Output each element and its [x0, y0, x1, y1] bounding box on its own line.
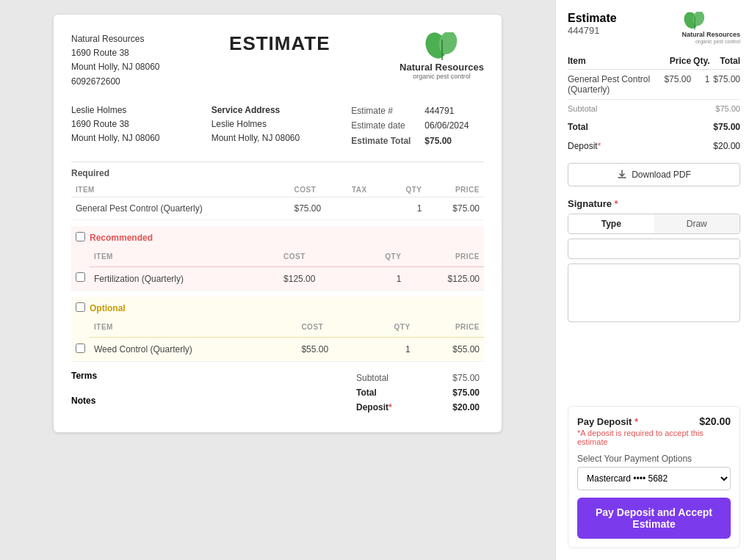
right-panel: Estimate 444791 Natural Resources organi… [555, 0, 752, 560]
left-panel: Natural Resources 1690 Route 38 Mount Ho… [0, 0, 555, 560]
sig-tab-draw[interactable]: Draw [654, 214, 740, 233]
pay-deposit-label: Pay Deposit * [577, 416, 638, 427]
recommended-checkbox[interactable] [76, 232, 85, 241]
recommended-table: Recommended ITEM COST QTY PRICE Fertiliz… [71, 226, 484, 291]
payment-method-select[interactable]: Mastercard •••• 5682 [577, 467, 731, 490]
totals-area: Subtotal $75.00 Total $75.00 Deposit* $2… [352, 371, 484, 415]
rec-item-price-0: $125.00 [405, 266, 484, 291]
estimate-number: 444791 [424, 106, 454, 116]
service-address-label: Service Address [212, 103, 344, 117]
logo-name: Natural Resources [400, 62, 484, 73]
estimate-total-value: $75.00 [424, 136, 452, 146]
optional-header-row: Optional [71, 297, 484, 317]
right-total-value: $75.00 [710, 117, 741, 137]
opt-item-qty-0: 1 [366, 338, 415, 362]
service-customer-name: Leslie Holmes [212, 117, 344, 131]
col-price: PRICE [427, 183, 484, 197]
recommended-header-row: Recommended [71, 226, 484, 247]
deposit-row: Deposit* $20.00 [352, 400, 484, 415]
item-cost-req-0: $75.00 [290, 197, 347, 219]
logo-area: Natural Resources organic pest control [400, 32, 484, 80]
item-tax-req-0 [347, 197, 386, 219]
opt-col-headers: ITEM COST QTY PRICE [71, 317, 484, 338]
recommended-label: Recommended [90, 233, 153, 243]
service-address1: Mount Holly, NJ 08060 [212, 131, 344, 145]
pay-deposit-header: Pay Deposit * $20.00 [577, 415, 731, 427]
company-address2: Mount Holly, NJ 08060 [71, 60, 160, 74]
optional-table: Optional ITEM COST QTY PRICE Weed Contro… [71, 297, 484, 362]
required-table: ITEM COST TAX QTY PRICE General Pest Con… [71, 183, 484, 220]
notes-label: Notes [71, 396, 352, 406]
payment-options-label: Select Your Payment Options [577, 454, 731, 464]
optional-label: Optional [90, 303, 126, 313]
signature-tabs[interactable]: Type Draw [568, 214, 740, 234]
opt-item-cost-0: $55.00 [297, 338, 366, 362]
item-name-req-0: General Pest Control (Quarterly) [71, 197, 290, 219]
terms-notes-area: Terms Notes [71, 371, 352, 415]
total-row: Total $75.00 [352, 385, 484, 400]
right-col-price: Price [661, 53, 691, 70]
right-estimate-title: Estimate [568, 12, 617, 25]
table-row: Weed Control (Quarterly) $55.00 1 $55.00 [71, 338, 484, 362]
right-deposit-value: $20.00 [710, 137, 741, 156]
customer-address1: 1690 Route 38 [71, 117, 204, 131]
rec-col-price: PRICE [405, 247, 484, 267]
right-item-price-0: $75.00 [661, 69, 691, 99]
col-qty: QTY [386, 183, 427, 197]
subtotal-value: $75.00 [452, 373, 480, 383]
opt-item-checkbox-0[interactable] [76, 343, 85, 353]
sig-tab-type[interactable]: Type [568, 214, 654, 233]
sig-asterisk: * [612, 198, 618, 209]
right-deposit-label: Deposit* [568, 137, 710, 156]
rec-item-checkbox-0[interactable] [76, 272, 85, 282]
customer-address2: Mount Holly, NJ 08060 [71, 131, 204, 145]
opt-col-price: PRICE [415, 317, 484, 338]
col-cost: COST [290, 183, 347, 197]
service-address: Service Address Leslie Holmes Mount Holl… [212, 103, 344, 148]
item-qty-req-0: 1 [386, 197, 427, 219]
signature-section-label: Signature * [568, 198, 740, 209]
right-logo-leaf-icon [682, 12, 708, 31]
meta-num-label: Estimate # [351, 103, 424, 118]
rec-col-cost: COST [279, 247, 358, 267]
right-items-table: Item Price Qty. Total General Pest Contr… [568, 53, 740, 156]
total-value: $75.00 [452, 388, 480, 398]
pay-deposit-button[interactable]: Pay Deposit and Accept Estimate [577, 498, 731, 539]
pay-deposit-asterisk: * [632, 416, 638, 427]
rec-col-qty: QTY [358, 247, 406, 267]
right-col-qty: Qty. [691, 53, 709, 70]
meta-date-label: Estimate date [351, 118, 424, 133]
right-logo-name: Natural Resources [682, 31, 740, 39]
right-deposit-row: Deposit* $20.00 [568, 137, 740, 156]
right-estimate-number: 444791 [568, 25, 617, 36]
right-header: Estimate 444791 Natural Resources organi… [568, 12, 740, 44]
customer-row: Leslie Holmes 1690 Route 38 Mount Holly,… [71, 103, 484, 148]
opt-item-name-0: Weed Control (Quarterly) [90, 338, 297, 362]
col-item: ITEM [71, 183, 290, 197]
pay-deposit-notice: *A deposit is required to accept this es… [577, 429, 731, 446]
pay-deposit-amount: $20.00 [699, 415, 731, 427]
right-logo-tagline: organic pest control [682, 39, 740, 44]
company-info: Natural Resources 1690 Route 38 Mount Ho… [71, 32, 160, 89]
right-logo-area: Natural Resources organic pest control [682, 12, 740, 44]
right-subtotal-label: Subtotal [568, 99, 710, 117]
subtotal-row: Subtotal $75.00 [352, 371, 484, 385]
company-address1: 1690 Route 38 [71, 46, 160, 60]
right-item-qty-0: 1 [691, 69, 709, 99]
signature-canvas-area[interactable] [568, 263, 740, 322]
deposit-label: Deposit* [356, 402, 392, 412]
download-pdf-button[interactable]: Download PDF [568, 163, 740, 186]
right-total-label: Total [568, 117, 710, 137]
rec-item-cost-0: $125.00 [279, 266, 358, 291]
required-section-header: Required [71, 161, 484, 183]
deposit-value: $20.00 [452, 402, 480, 412]
meta-total-label: Estimate Total [351, 134, 424, 148]
estimate-header: Natural Resources 1690 Route 38 Mount Ho… [71, 32, 484, 89]
right-estimate-info: Estimate 444791 [568, 12, 617, 36]
col-tax: TAX [347, 183, 386, 197]
right-col-total: Total [710, 53, 741, 70]
estimate-title: ESTIMATE [229, 32, 330, 55]
opt-col-qty: QTY [366, 317, 415, 338]
signature-text-input[interactable] [568, 239, 740, 259]
optional-checkbox[interactable] [76, 302, 85, 312]
